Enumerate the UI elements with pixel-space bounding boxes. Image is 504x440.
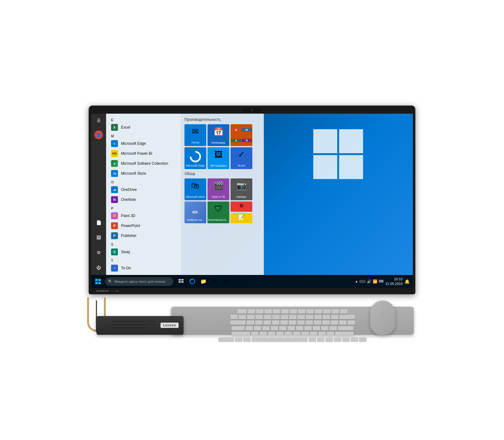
- key-p[interactable]: [322, 320, 330, 325]
- key-7[interactable]: [289, 315, 296, 319]
- key-c[interactable]: [268, 332, 275, 336]
- key-e[interactable]: [264, 320, 271, 325]
- key-i[interactable]: [306, 320, 313, 325]
- key-space[interactable]: [252, 337, 308, 342]
- key-s[interactable]: [254, 326, 261, 330]
- tile-security[interactable]: 🛡 Безопасность...: [208, 201, 229, 223]
- key-o[interactable]: [314, 320, 321, 325]
- key-lwin[interactable]: [235, 337, 242, 342]
- tile-todo[interactable]: ✓ To-Do: [231, 147, 252, 169]
- key-lbracket[interactable]: [331, 320, 338, 325]
- key-n[interactable]: [293, 332, 301, 336]
- store-taskbar-button[interactable]: 🛍: [221, 277, 231, 286]
- app-item-onenote[interactable]: N OneNote: [106, 195, 181, 205]
- app-item-excel[interactable]: X Excel: [106, 122, 181, 132]
- edge-taskbar-button[interactable]: [188, 277, 197, 286]
- key-f1[interactable]: [248, 309, 255, 314]
- key-slash[interactable]: [327, 332, 334, 336]
- key-equals[interactable]: [331, 315, 338, 319]
- key-tab[interactable]: [230, 320, 246, 325]
- key-5[interactable]: [272, 315, 280, 319]
- key-f8[interactable]: [306, 309, 314, 314]
- key-f[interactable]: [271, 326, 278, 330]
- network-icon[interactable]: 📶: [373, 279, 377, 284]
- key-a[interactable]: [245, 326, 253, 330]
- key-lshift[interactable]: [231, 332, 250, 336]
- key-f2[interactable]: [256, 309, 264, 314]
- app-item-solitaire[interactable]: ♦ Microsoft Solitaire Collection: [106, 158, 181, 168]
- key-minus[interactable]: [323, 315, 330, 319]
- key-6[interactable]: [281, 315, 288, 319]
- mail-taskbar-button[interactable]: ✉: [210, 277, 219, 286]
- key-b[interactable]: [285, 332, 292, 336]
- start-button[interactable]: [92, 276, 104, 287]
- settings-icon-btn[interactable]: ⚙: [94, 248, 104, 258]
- key-q[interactable]: [247, 320, 254, 325]
- app-item-publisher[interactable]: P Publisher: [106, 231, 181, 241]
- hamburger-menu-button[interactable]: ☰: [94, 116, 104, 125]
- key-t[interactable]: [280, 320, 288, 325]
- taskbar-search[interactable]: 🔍 Введите здесь текст для поиска: [105, 277, 173, 286]
- tile-mail[interactable]: ✉ Почта: [184, 124, 206, 146]
- user-avatar[interactable]: 👤: [94, 130, 103, 139]
- mouse[interactable]: [370, 300, 395, 335]
- key-m[interactable]: [301, 332, 309, 336]
- document-icon-btn[interactable]: 📄: [94, 218, 104, 228]
- tile-edge[interactable]: Microsoft Edge: [184, 147, 206, 169]
- key-semi[interactable]: [321, 326, 329, 330]
- app-item-paint3d[interactable]: 🎨 Paint 3D: [106, 211, 181, 221]
- key-enter[interactable]: [338, 326, 353, 330]
- taskview-button[interactable]: [176, 277, 186, 286]
- notification-icon[interactable]: 🔔: [404, 279, 410, 284]
- key-h[interactable]: [287, 326, 295, 330]
- key-0[interactable]: [314, 315, 322, 319]
- tile-movies[interactable]: 🎬 Кино и ТВ: [208, 178, 229, 200]
- key-f7[interactable]: [298, 309, 306, 314]
- key-f11[interactable]: [332, 309, 339, 314]
- key-period[interactable]: [318, 332, 326, 336]
- key-esc[interactable]: [237, 309, 247, 314]
- key-rshift[interactable]: [335, 332, 354, 336]
- system-clock[interactable]: 10:10 21.05.2019: [385, 277, 403, 286]
- key-rctrl[interactable]: [325, 337, 333, 342]
- key-ralt[interactable]: [309, 337, 316, 342]
- key-backtick[interactable]: [230, 315, 238, 319]
- volume-icon[interactable]: 🔊: [367, 279, 371, 284]
- key-f12[interactable]: [340, 309, 348, 314]
- key-f6[interactable]: [290, 309, 297, 314]
- key-w[interactable]: [255, 320, 263, 325]
- tray-arrow-icon[interactable]: ▲: [355, 280, 358, 283]
- key-1[interactable]: [239, 315, 246, 319]
- app-item-onedrive[interactable]: ☁ OneDrive: [106, 185, 181, 195]
- key-left[interactable]: [334, 337, 341, 342]
- key-comma[interactable]: [310, 332, 317, 336]
- app-item-todo[interactable]: ✓ To-Do: [106, 263, 181, 273]
- key-f4[interactable]: [273, 309, 280, 314]
- key-lalt[interactable]: [243, 337, 251, 342]
- app-item-sway[interactable]: S Sway: [106, 247, 181, 257]
- tile-photos[interactable]: 🖼 Фотографии: [208, 147, 229, 169]
- key-9[interactable]: [306, 315, 313, 319]
- key-v[interactable]: [276, 332, 284, 336]
- key-g[interactable]: [279, 326, 287, 330]
- key-l[interactable]: [313, 326, 320, 330]
- photo-icon-btn[interactable]: 🖼: [94, 233, 104, 243]
- key-y[interactable]: [289, 320, 296, 325]
- tile-notes-small[interactable]: 📝: [231, 213, 252, 223]
- explorer-taskbar-button[interactable]: 📁: [199, 277, 208, 286]
- app-item-edge[interactable]: e Microsoft Edge: [106, 139, 181, 149]
- key-f5[interactable]: [281, 309, 289, 314]
- key-down[interactable]: [351, 337, 358, 342]
- tile-camera[interactable]: 📷 Камера: [231, 178, 252, 200]
- key-3[interactable]: [255, 315, 263, 319]
- key-j[interactable]: [296, 326, 303, 330]
- key-fn[interactable]: [317, 337, 324, 342]
- key-x-key[interactable]: [259, 332, 267, 336]
- tile-office-bundle[interactable]: O W X N: [231, 124, 252, 146]
- power-icon-btn[interactable]: ⏻: [94, 263, 104, 272]
- key-right[interactable]: [359, 337, 366, 342]
- app-item-powerbi[interactable]: PBI Microsoft Power BI: [106, 149, 181, 158]
- key-4[interactable]: [264, 315, 271, 319]
- tile-settings-small[interactable]: ⚙: [231, 201, 252, 212]
- key-8[interactable]: [297, 315, 305, 319]
